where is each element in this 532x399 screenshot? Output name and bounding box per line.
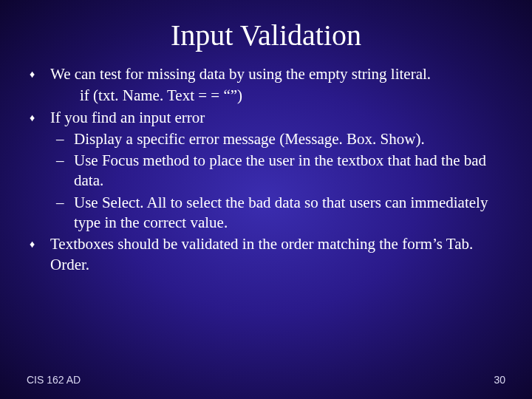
dash-bullet-icon: – [56,129,74,149]
diamond-bullet-icon: ♦ [30,234,50,275]
footer-page-number: 30 [494,374,505,386]
slide-title: Input Validation [30,18,502,52]
slide-body: ♦ We can test for missing data by using … [30,64,502,275]
dash-bullet-icon: – [56,193,74,233]
diamond-bullet-icon: ♦ [30,108,50,128]
bullet-text: We can test for missing data by using th… [50,64,502,84]
code-line: if (txt. Name. Text = = “”) [30,86,502,106]
bullet-item: ♦ We can test for missing data by using … [30,64,502,84]
sub-bullet-item: – Use Focus method to place the user in … [30,151,502,191]
footer-course-code: CIS 162 AD [27,374,81,386]
bullet-text: If you find an input error [50,108,502,128]
bullet-item: ♦ Textboxes should be validated in the o… [30,234,502,275]
diamond-bullet-icon: ♦ [30,64,50,84]
bullet-item: ♦ If you find an input error [30,108,502,128]
bullet-text: Textboxes should be validated in the ord… [50,234,502,275]
sub-bullet-text: Use Select. All to select the bad data s… [74,193,502,233]
sub-bullet-text: Use Focus method to place the user in th… [74,151,502,191]
sub-bullet-item: – Display a specific error message (Mess… [30,129,502,149]
dash-bullet-icon: – [56,151,74,191]
sub-bullet-text: Display a specific error message (Messag… [74,129,502,149]
slide: Input Validation ♦ We can test for missi… [0,0,532,399]
sub-bullet-item: – Use Select. All to select the bad data… [30,193,502,233]
